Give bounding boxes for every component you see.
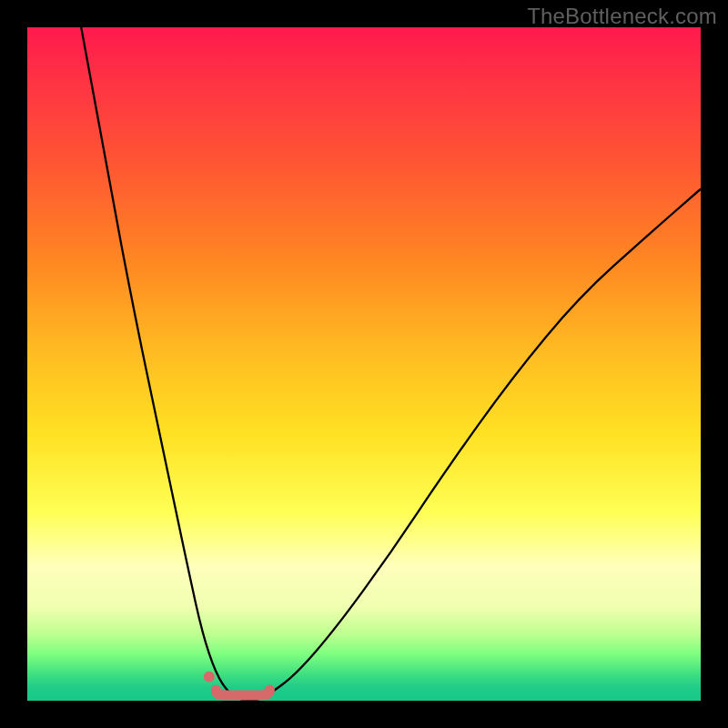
plot-area — [27, 27, 701, 701]
chart-canvas: TheBottleneck.com — [0, 0, 728, 728]
bottleneck-curve — [81, 27, 701, 701]
highlight-range — [216, 690, 269, 695]
highlight-dot — [204, 672, 215, 682]
curve-layer — [27, 27, 701, 701]
watermark-text: TheBottleneck.com — [527, 4, 717, 29]
